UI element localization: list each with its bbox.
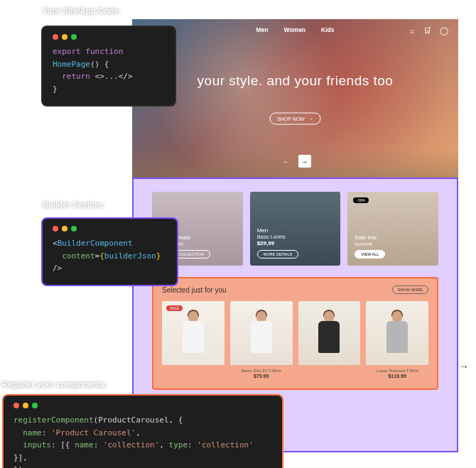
- top-nav: Men Women Kids ⌕ 🛒︎ ◯: [132, 19, 458, 40]
- label-site-code: Your Site/App Code:: [43, 6, 121, 15]
- window-close-icon: [53, 226, 58, 232]
- hero-section: Men Women Kids ⌕ 🛒︎ ◯ your style. and yo…: [132, 19, 458, 178]
- window-maximize-icon: [32, 403, 38, 408]
- site-mockup: Men Women Kids ⌕ 🛒︎ ◯ your style. and yo…: [132, 19, 458, 452]
- product-name: Basic Slim Fit T-Shirt: [230, 369, 293, 373]
- cart-icon[interactable]: 🛒︎: [423, 26, 431, 36]
- card-title: Men: [257, 227, 334, 234]
- carousel-next-icon[interactable]: →: [459, 361, 469, 372]
- window-minimize-icon: [62, 226, 67, 232]
- section-title: Selected just for you: [162, 286, 227, 294]
- card-price: $29,99: [257, 240, 334, 246]
- search-icon[interactable]: ⌕: [410, 26, 415, 36]
- card-subtitle: Basic t-shirts: [257, 234, 334, 239]
- window-maximize-icon: [71, 34, 77, 40]
- carousel-next-button[interactable]: →: [298, 155, 311, 168]
- product-carousel-region: Selected just for you SHOW MORE SALE Bas…: [152, 277, 438, 390]
- promo-card-men[interactable]: Men Basic t-shirts $29,99 MORE DETAILS: [250, 192, 341, 266]
- shop-now-button[interactable]: SHOP NOW→: [269, 112, 321, 124]
- nav-item-men[interactable]: Men: [256, 26, 269, 33]
- product-card[interactable]: SALE: [162, 301, 225, 379]
- discount-badge: -50%: [353, 197, 369, 203]
- card-subtitle: summer: [355, 241, 431, 246]
- label-builder-section: Builder Section:: [43, 200, 105, 209]
- nav-item-women[interactable]: Women: [284, 26, 306, 33]
- arrow-right-icon: →: [308, 115, 313, 121]
- nav-item-kids[interactable]: Kids: [321, 26, 334, 33]
- user-icon[interactable]: ◯: [440, 26, 448, 36]
- product-card[interactable]: [298, 301, 361, 379]
- view-all-button[interactable]: VIEW ALL: [355, 250, 385, 259]
- product-card[interactable]: Loose Textured T-Shirt $119.99: [366, 301, 428, 379]
- product-card[interactable]: Basic Slim Fit T-Shirt $79.99: [230, 301, 293, 379]
- label-register-components: Register your components:: [2, 380, 107, 388]
- card-title: Sale this: [355, 234, 431, 241]
- product-price: $79.99: [230, 374, 293, 379]
- code-editor-register: registerComponent(ProductCarousel, { nam…: [2, 394, 283, 468]
- carousel-prev-button[interactable]: ←: [280, 155, 293, 168]
- show-more-button[interactable]: SHOW MORE: [392, 285, 428, 294]
- product-name: Loose Textured T-Shirt: [366, 369, 428, 373]
- window-maximize-icon: [71, 226, 77, 232]
- window-close-icon: [53, 34, 58, 40]
- window-minimize-icon: [62, 34, 67, 40]
- product-price: $119.99: [366, 374, 428, 379]
- more-details-button[interactable]: MORE DETAILS: [257, 250, 299, 259]
- promo-card-sale[interactable]: -50% Sale this summer VIEW ALL: [347, 192, 438, 266]
- window-minimize-icon: [23, 403, 28, 408]
- window-close-icon: [13, 403, 19, 408]
- hero-headline: your style. and your friends too: [132, 72, 458, 88]
- code-editor-builder: <BuilderComponent content={builderJson} …: [41, 217, 178, 286]
